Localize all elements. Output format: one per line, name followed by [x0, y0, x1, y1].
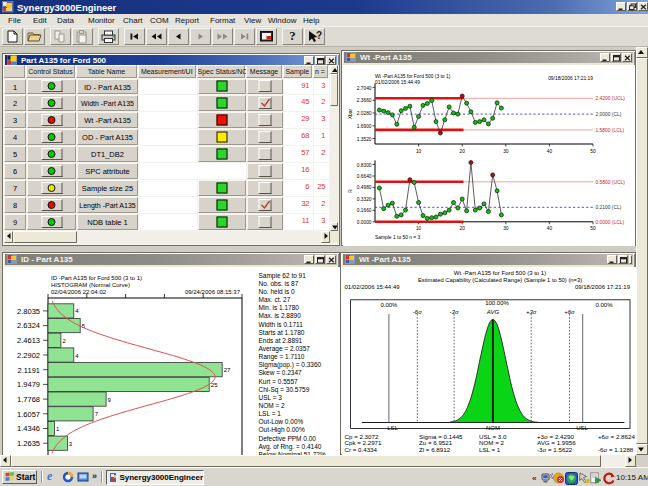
svg-text:50: 50: [590, 226, 596, 231]
svg-text:Out-Low 0.00%: Out-Low 0.00%: [259, 418, 304, 425]
svg-text:1.5800 (LCL): 1.5800 (LCL): [596, 128, 625, 133]
svg-text:-6σ: -6σ: [413, 309, 422, 315]
svg-text:1.6900: 1.6900: [357, 124, 372, 129]
svg-text:0.2100 (CL): 0.2100 (CL): [596, 205, 622, 210]
svg-text:Starts at 1.1780: Starts at 1.1780: [259, 329, 305, 336]
svg-text:27: 27: [224, 367, 231, 373]
svg-text:0.4980: 0.4980: [357, 185, 372, 190]
svg-text:Max. is 2.8890: Max. is 2.8890: [259, 312, 302, 319]
svg-text:20: 20: [460, 226, 466, 231]
svg-text:Defective PPM 0.00: Defective PPM 0.00: [259, 435, 317, 442]
svg-text:2.8035: 2.8035: [17, 307, 40, 316]
svg-text:10: 10: [416, 149, 422, 154]
svg-text:Wt -Part A135 for Ford 500 (3: Wt -Part A135 for Ford 500 (3 to 1): [375, 74, 451, 79]
svg-text:20: 20: [460, 149, 466, 154]
svg-text:Kurt = 0.5557: Kurt = 0.5557: [259, 378, 299, 385]
svg-text:1.4346: 1.4346: [17, 424, 40, 433]
svg-text:40: 40: [547, 149, 553, 154]
svg-text:Zl = 6.8912: Zl = 6.8912: [419, 446, 451, 453]
svg-text:-3σ: -3σ: [450, 309, 459, 315]
svg-text:0.0000 (LCL): 0.0000 (LCL): [596, 220, 625, 225]
svg-text:2.2902: 2.2902: [17, 351, 40, 360]
svg-text:Avg. of Rng. = 0.4140: Avg. of Rng. = 0.4140: [259, 443, 322, 451]
svg-text:01/02/2006 15:44:49: 01/02/2006 15:44:49: [375, 80, 420, 85]
svg-text:1.7768: 1.7768: [17, 395, 40, 404]
svg-text:0.3320: 0.3320: [357, 197, 372, 202]
svg-text:Sample 1 to 50 n = 3: Sample 1 to 50 n = 3: [375, 235, 421, 240]
svg-text:2.0000 (CL): 2.0000 (CL): [596, 112, 622, 117]
svg-text:Wt -Part A135 for Ford 500 (3: Wt -Part A135 for Ford 500 (3 to 1): [454, 270, 546, 276]
svg-text:-3σ = 1.5622: -3σ = 1.5622: [537, 446, 573, 453]
svg-text:0.6640: 0.6640: [357, 174, 372, 179]
svg-text:USL: USL: [576, 425, 588, 431]
svg-text:LSL = 1: LSL = 1: [479, 446, 501, 453]
svg-text:2.4200 (UCL): 2.4200 (UCL): [596, 96, 626, 101]
svg-text:NOM: NOM: [486, 425, 500, 431]
svg-text:NOM = 2: NOM = 2: [259, 402, 286, 409]
svg-text:0.8300: 0.8300: [357, 163, 372, 168]
svg-text:R: R: [348, 189, 353, 193]
svg-text:2.6324: 2.6324: [17, 321, 40, 330]
svg-text:+6σ: +6σ: [564, 309, 575, 315]
svg-text:1.2635: 1.2635: [17, 439, 40, 448]
svg-text:Cr = 0.4334: Cr = 0.4334: [345, 446, 378, 453]
svg-text:40: 40: [547, 226, 553, 231]
svg-text:0.1660: 0.1660: [357, 208, 372, 213]
svg-text:Sigma(pop.) = 0.3360: Sigma(pop.) = 0.3360: [259, 361, 322, 369]
svg-text:Ends at 2.8891: Ends at 2.8891: [259, 337, 303, 344]
svg-text:0.5800 (UCL): 0.5800 (UCL): [596, 180, 626, 185]
svg-text:50: 50: [590, 149, 596, 154]
svg-text:2.1191: 2.1191: [18, 366, 40, 375]
svg-text:+3σ: +3σ: [526, 309, 537, 315]
svg-text:ID -Part A135 for Ford 500 (3: ID -Part A135 for Ford 500 (3 to 1): [51, 275, 142, 281]
svg-text:1.6057: 1.6057: [17, 410, 40, 419]
svg-text:0.0000: 0.0000: [357, 220, 372, 225]
svg-text:2.3660: 2.3660: [357, 98, 372, 103]
svg-text:Width is 0.1711: Width is 0.1711: [259, 321, 304, 328]
svg-text:09/24/2006 08:15:37: 09/24/2006 08:15:37: [185, 289, 241, 295]
svg-text:0.00%: 0.00%: [380, 302, 398, 308]
svg-text:30: 30: [503, 226, 509, 231]
svg-text:Sample 62 to 91: Sample 62 to 91: [259, 272, 307, 280]
svg-text:100.00%: 100.00%: [485, 300, 509, 306]
svg-text:Range = 1.7110: Range = 1.7110: [259, 353, 305, 361]
svg-text:2.4613: 2.4613: [17, 336, 40, 345]
svg-text:0.00%: 0.00%: [595, 302, 613, 308]
svg-text:Chi-Sq = 30.5759: Chi-Sq = 30.5759: [259, 386, 310, 394]
svg-text:HISTOGRAM (Normal Curve): HISTOGRAM (Normal Curve): [51, 282, 130, 288]
svg-text:09/18/2006 17:21:19: 09/18/2006 17:21:19: [548, 76, 593, 81]
svg-text:10: 10: [416, 226, 422, 231]
svg-text:1.9479: 1.9479: [17, 380, 40, 389]
svg-text:01/02/2006 15:44:49: 01/02/2006 15:44:49: [345, 284, 401, 290]
svg-text:No. held is 0: No. held is 0: [259, 288, 296, 295]
svg-text:Max. ct. 27: Max. ct. 27: [259, 296, 291, 303]
svg-text:No. obs. is 87: No. obs. is 87: [259, 280, 299, 287]
svg-text:Xbar: Xbar: [348, 109, 353, 120]
svg-text:1.3520: 1.3520: [357, 137, 372, 142]
svg-text:02/04/2006 22:04:02: 02/04/2006 22:04:02: [51, 289, 107, 295]
svg-text:?: ?: [316, 30, 322, 41]
svg-text:09/18/2006 17:21:19: 09/18/2006 17:21:19: [575, 284, 631, 290]
svg-text:LSL: LSL: [387, 425, 398, 431]
svg-text:2.0280: 2.0280: [357, 111, 372, 116]
svg-text:LSL = 1: LSL = 1: [259, 410, 282, 417]
svg-text:USL = 3: USL = 3: [259, 394, 283, 401]
svg-text:+6σ = 2.8624: +6σ = 2.8624: [598, 433, 635, 440]
svg-text:AVG: AVG: [486, 309, 500, 315]
svg-text:Skew = 0.2347: Skew = 0.2347: [259, 369, 303, 376]
svg-text:Estimated Capability (Calculat: Estimated Capability (Calculated Range) …: [418, 277, 582, 283]
svg-text:-6σ = 1.1288: -6σ = 1.1288: [598, 446, 634, 453]
svg-text:Out-High 0.00%: Out-High 0.00%: [259, 426, 305, 434]
svg-text:2.7040: 2.7040: [357, 86, 372, 91]
svg-text:Average = 2.0357: Average = 2.0357: [259, 345, 311, 353]
svg-text:30: 30: [503, 149, 509, 154]
svg-text:Min. is 1.1780: Min. is 1.1780: [259, 304, 300, 311]
